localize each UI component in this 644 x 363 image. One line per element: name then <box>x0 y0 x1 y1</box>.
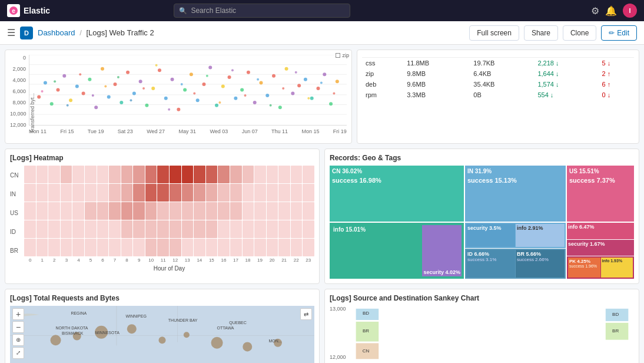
map-background: REGINA WINNIPEG THUNDER BAY NORTH DAKOTA… <box>10 306 314 363</box>
heatmap-cell <box>72 220 84 238</box>
svg-point-42 <box>247 71 250 74</box>
svg-point-24 <box>132 91 136 95</box>
heatmap-cell <box>97 184 109 202</box>
svg-point-66 <box>155 64 158 67</box>
map-filter-icon[interactable]: ⇄ <box>300 308 312 320</box>
map-zoom-in[interactable]: + <box>12 308 24 320</box>
scatter-chart-svg <box>29 55 347 126</box>
svg-point-12 <box>57 88 60 92</box>
svg-point-70 <box>206 75 208 77</box>
clone-button[interactable]: Clone <box>563 25 596 41</box>
row-col1: 9.6MB <box>403 79 470 90</box>
svg-point-52 <box>310 97 314 100</box>
heatmap-cell <box>243 220 254 238</box>
heatmap-cell <box>121 202 133 220</box>
treemap-cell-security: security 4.02% <box>422 225 462 276</box>
heatmap-cell <box>267 220 278 238</box>
heatmap-cell <box>109 220 121 238</box>
bell-icon[interactable]: 🔔 <box>605 5 617 16</box>
heatmap-cell <box>218 239 230 256</box>
heatmap-cell <box>254 239 266 256</box>
hamburger-menu[interactable]: ☰ <box>7 27 15 38</box>
heatmap-cell <box>267 239 278 256</box>
breadcrumb-dashboard[interactable]: Dashboard <box>38 28 75 37</box>
treemap-cell-cn-info: info 15.01% security 4.02% <box>330 223 464 279</box>
heatmap-cell <box>121 220 133 238</box>
heatmap-cell <box>182 220 194 238</box>
heatmap-cell <box>303 202 314 220</box>
heatmap-cell <box>206 184 218 202</box>
avatar[interactable]: I <box>623 4 637 18</box>
share-button[interactable]: Share <box>524 25 558 41</box>
row-col1: 11.8MB <box>403 58 470 69</box>
map-expand[interactable]: ⤢ <box>12 347 24 359</box>
search-placeholder: Search Elastic <box>191 6 236 15</box>
svg-point-58 <box>54 80 56 82</box>
svg-text:MON...: MON... <box>268 339 281 343</box>
top-navigation: e Elastic 🔍 Search Elastic ⚙ 🔔 I <box>0 0 644 21</box>
heatmap-cell <box>230 220 242 238</box>
heatmap-cell <box>61 184 72 202</box>
heatmap-cell <box>230 202 242 220</box>
svg-point-59 <box>67 104 69 107</box>
edit-button[interactable]: ✏ Edit <box>601 25 637 41</box>
table-row: css 11.8MB 19.7KB 2,218 ↓ 5 ↓ <box>362 58 634 69</box>
svg-point-40 <box>234 97 237 100</box>
svg-point-85 <box>51 335 61 345</box>
svg-point-41 <box>240 88 244 92</box>
svg-text:QUEBEC: QUEBEC <box>229 321 247 325</box>
map-recenter[interactable]: ⊕ <box>12 334 24 346</box>
second-navigation: ☰ D Dashboard / [Logs] Web Traffic 2 Ful… <box>0 21 644 45</box>
settings-icon[interactable]: ⚙ <box>591 5 599 16</box>
svg-point-26 <box>145 104 148 107</box>
scatter-y-ticks: 12,000 10,000 8,000 6,000 4,000 2,000 0 <box>10 55 28 128</box>
global-search[interactable]: 🔍 Search Elastic <box>174 4 350 18</box>
svg-point-37 <box>215 104 218 107</box>
heatmap-cell <box>170 220 181 238</box>
heatmap-cell <box>61 220 72 238</box>
svg-point-48 <box>285 67 288 71</box>
treemap-cell-us-bottom: info 6.47% security 1.67% PK 4.25% succe… <box>567 223 634 279</box>
svg-point-62 <box>104 85 107 88</box>
treemap-cell-in-bottom: security 3.5% info 2.91% ID 6.66% succes… <box>465 223 566 279</box>
svg-point-57 <box>41 90 44 93</box>
row-col1: 3.3MB <box>403 90 470 100</box>
heatmap-cell <box>157 239 169 256</box>
heatmap-cell <box>61 239 72 256</box>
heatmap-cell <box>133 166 145 183</box>
heatmap-cell <box>303 239 314 256</box>
svg-point-27 <box>151 87 155 90</box>
svg-point-30 <box>171 78 174 81</box>
svg-point-38 <box>221 85 225 88</box>
svg-point-31 <box>177 108 180 111</box>
heatmap-cell <box>170 239 181 256</box>
svg-rect-81 <box>10 306 314 363</box>
heatmap-cell <box>72 184 84 202</box>
table-row: deb 9.6MB 35.4KB 1,574 ↓ 6 ↑ <box>362 79 634 90</box>
heatmap-cell <box>182 184 194 202</box>
svg-text:NORTH DAKOTA: NORTH DAKOTA <box>56 326 88 330</box>
fullscreen-button[interactable]: Full screen <box>469 25 519 41</box>
treemap-cell-in-success: IN 31.9% success 15.13% <box>465 166 566 222</box>
sankey-svg: BD BR CN BD BR <box>350 306 634 362</box>
heatmap-cell <box>97 202 109 220</box>
svg-point-76 <box>282 87 284 90</box>
svg-point-90 <box>184 332 190 338</box>
map-zoom-out[interactable]: − <box>12 321 24 333</box>
app-logo[interactable]: e Elastic <box>7 4 50 17</box>
heatmap-cell <box>48 184 60 202</box>
svg-point-44 <box>259 81 263 85</box>
heatmap-cell <box>36 239 48 256</box>
heatmap-cell <box>24 239 36 256</box>
heatmap-cell <box>267 166 278 183</box>
heatmap-cell <box>230 239 242 256</box>
breadcrumb-separator: / <box>79 28 82 37</box>
scatter-x-labels: Mon 11 Fri 15 Tue 19 Sat 23 Wed 27 May 3… <box>29 128 347 134</box>
app-title: Elastic <box>24 6 50 15</box>
svg-text:WINNIPEG: WINNIPEG <box>125 314 146 318</box>
heatmap-title: [Logs] Heatmap <box>10 154 314 162</box>
svg-point-23 <box>126 71 130 74</box>
heatmap-cell <box>85 220 97 238</box>
heatmap-cell <box>109 166 121 183</box>
heatmap-cell <box>85 239 97 256</box>
